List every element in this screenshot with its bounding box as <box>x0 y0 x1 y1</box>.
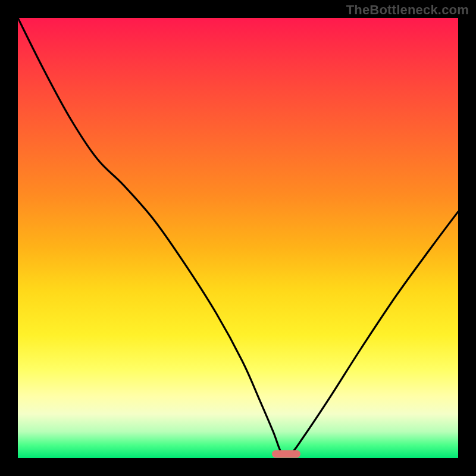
plot-area <box>18 18 458 458</box>
curve-svg <box>18 18 458 458</box>
minimum-marker <box>272 450 300 458</box>
bottleneck-curve <box>18 18 458 456</box>
watermark-text: TheBottleneck.com <box>346 2 469 18</box>
chart-frame: TheBottleneck.com <box>0 0 476 476</box>
